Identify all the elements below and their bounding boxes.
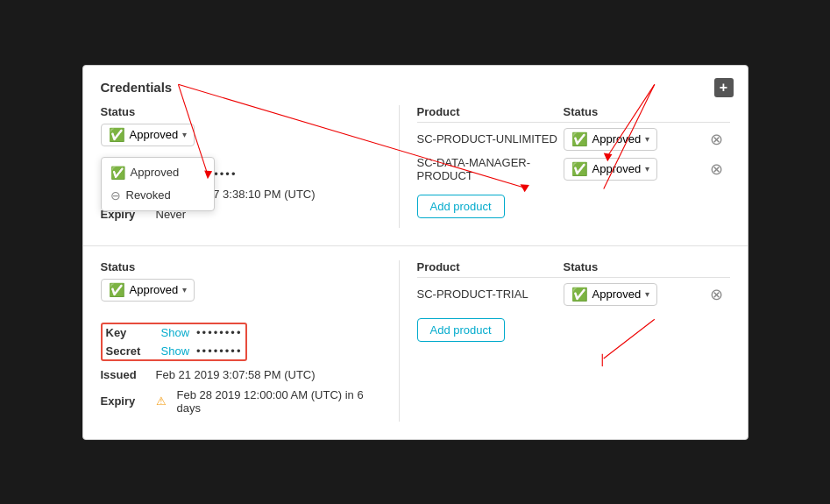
products-header-2: Product Status xyxy=(417,260,730,278)
product-status-value-0: Approved xyxy=(592,132,642,146)
section-1-right: Product Status SC-PRODUCT-UNLIMITED ✅ Ap… xyxy=(399,105,730,228)
section-2-right: Product Status SC-PRODUCT-TRIAL ✅ Approv… xyxy=(399,260,730,422)
issued-row-2: Issued Feb 21 2019 3:07:58 PM (UTC) xyxy=(101,368,381,381)
revoked-icon: ⊖ xyxy=(110,188,121,202)
product-action-1: ⊗ xyxy=(704,160,730,179)
product-col-header-1: Product xyxy=(417,105,564,118)
product-action-0: ⊗ xyxy=(704,130,730,149)
status-dropdown-1[interactable]: ✅ Approved ▾ xyxy=(101,124,195,146)
credentials-section-2: Status ✅ Approved ▾ Key Show •• xyxy=(83,246,748,439)
status-dropdown-value-1: Approved xyxy=(130,128,179,141)
approved-icon: ✅ xyxy=(110,166,125,180)
status-label-2: Status xyxy=(101,260,381,273)
product-status-0: ✅ Approved ▾ xyxy=(564,128,704,151)
credentials-container: Credentials + Status ✅ Approved ▾ xyxy=(82,65,748,440)
product-dropdown-arrow-2-0: ▾ xyxy=(645,289,649,299)
action-col-header-2 xyxy=(704,260,730,273)
product-row-0: SC-PRODUCT-UNLIMITED ✅ Approved ▾ ⊗ xyxy=(417,128,730,151)
dropdown-item-revoked-1[interactable]: ⊖ Revoked xyxy=(102,184,214,207)
issued-value-2: Feb 21 2019 3:07:58 PM (UTC) xyxy=(156,368,316,381)
warning-icon-2: ⚠ xyxy=(156,394,167,408)
product-col-header-2: Product xyxy=(417,260,564,273)
product-name-0: SC-PRODUCT-UNLIMITED xyxy=(417,132,564,146)
dropdown-item-approved-1[interactable]: ✅ Approved xyxy=(102,161,214,184)
section-1-left: Status ✅ Approved ▾ ✅ Approved xyxy=(101,105,381,228)
product-name-2-0: SC-PRODUCT-TRIAL xyxy=(417,287,564,301)
section-2-left: Status ✅ Approved ▾ Key Show •• xyxy=(101,260,381,422)
product-check-icon-2-0: ✅ xyxy=(571,287,588,302)
key-label-2: Key xyxy=(106,326,154,339)
dropdown-label-revoked: Revoked xyxy=(126,188,171,202)
add-product-button-1[interactable]: Add product xyxy=(417,195,505,218)
product-status-dropdown-0[interactable]: ✅ Approved ▾ xyxy=(564,128,658,151)
product-status-value-2-0: Approved xyxy=(592,287,642,301)
status-col-header-1: Status xyxy=(564,105,704,118)
section-2-body: Status ✅ Approved ▾ Key Show •• xyxy=(101,260,730,422)
add-credential-button[interactable]: + xyxy=(714,78,734,97)
key-dots-2: •••••••• xyxy=(196,326,242,339)
section-1-body: Status ✅ Approved ▾ ✅ Approved xyxy=(101,105,730,228)
products-header-1: Product Status xyxy=(417,105,730,123)
secret-show-link-2[interactable]: Show xyxy=(161,344,190,358)
key-show-link-2[interactable]: Show xyxy=(161,326,190,339)
dropdown-arrow-2: ▾ xyxy=(182,285,187,295)
secret-dots-2: •••••••• xyxy=(196,344,242,358)
secret-row-2: Secret Show •••••••• xyxy=(106,344,243,358)
product-status-dropdown-2-0[interactable]: ✅ Approved ▾ xyxy=(564,283,658,306)
expiry-label-2: Expiry xyxy=(101,394,149,408)
product-action-2-0: ⊗ xyxy=(704,285,730,304)
status-dropdown-value-2: Approved xyxy=(130,283,179,296)
dropdown-arrow-1: ▾ xyxy=(182,130,187,139)
product-status-value-1: Approved xyxy=(592,162,642,175)
status-dropdown-2[interactable]: ✅ Approved ▾ xyxy=(101,279,195,302)
product-status-2-0: ✅ Approved ▾ xyxy=(564,283,704,306)
status-col-header-2: Status xyxy=(564,260,704,273)
product-check-icon-1: ✅ xyxy=(571,161,588,177)
product-dropdown-arrow-1: ▾ xyxy=(645,164,649,174)
expiry-value-2: Feb 28 2019 12:00:00 AM (UTC) in 6 days xyxy=(177,388,381,415)
product-row-1: SC-DATA-MANAGER-PRODUCT ✅ Approved ▾ ⊗ xyxy=(417,156,730,182)
issued-label-2: Issued xyxy=(101,368,149,381)
secret-label-2: Secret xyxy=(106,344,154,358)
remove-product-button-0[interactable]: ⊗ xyxy=(710,130,723,149)
status-dropdown-menu-1: ✅ Approved ⊖ Revoked xyxy=(101,157,215,211)
expiry-row-2: Expiry ⚠ Feb 28 2019 12:00:00 AM (UTC) i… xyxy=(101,388,381,415)
product-dropdown-arrow-0: ▾ xyxy=(645,134,649,144)
product-name-1: SC-DATA-MANAGER-PRODUCT xyxy=(417,156,564,182)
action-col-header-1 xyxy=(704,105,730,118)
key-row-2: Key Show •••••••• xyxy=(106,326,243,339)
section-title: Credentials xyxy=(101,80,730,95)
dropdown-label-approved: Approved xyxy=(131,166,180,179)
add-product-button-2[interactable]: Add product xyxy=(417,318,505,342)
product-check-icon-0: ✅ xyxy=(571,131,588,147)
approved-check-icon-2: ✅ xyxy=(109,282,125,298)
product-status-1: ✅ Approved ▾ xyxy=(564,158,704,181)
approved-check-icon: ✅ xyxy=(109,127,125,143)
status-label-1: Status xyxy=(101,105,381,118)
credentials-section-1: Credentials + Status ✅ Approved ▾ xyxy=(83,66,748,246)
product-status-dropdown-1[interactable]: ✅ Approved ▾ xyxy=(564,158,658,181)
remove-product-button-1[interactable]: ⊗ xyxy=(710,160,723,179)
product-row-2-0: SC-PRODUCT-TRIAL ✅ Approved ▾ ⊗ xyxy=(417,283,730,306)
remove-product-button-2-0[interactable]: ⊗ xyxy=(710,285,723,304)
